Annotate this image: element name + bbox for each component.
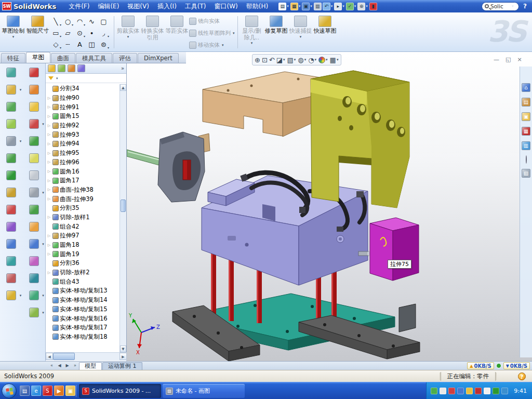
perimeter-circle-tool[interactable]: ⊙▾ xyxy=(74,27,86,38)
left-tool-icon[interactable] xyxy=(29,85,39,95)
tree-item[interactable]: ▷圆角15 xyxy=(46,112,120,121)
exit-marker-icon[interactable]: ▮ xyxy=(369,3,377,10)
tree-item[interactable]: ▷圆角19 xyxy=(46,249,120,259)
left-tool-icon[interactable] xyxy=(29,256,39,267)
chevron-down-icon[interactable]: ▾ xyxy=(20,139,22,143)
expand-arrow-icon[interactable]: ▷ xyxy=(47,105,51,109)
expand-arrow-icon[interactable]: ▷ xyxy=(47,132,51,137)
ribbon-tab[interactable]: DimXpert xyxy=(138,53,179,63)
arc-tool[interactable]: ◠▾ xyxy=(74,16,86,27)
left-tool-icon[interactable] xyxy=(29,273,39,284)
left-tool-icon[interactable] xyxy=(6,153,16,164)
menu-item[interactable]: 编辑(E) xyxy=(94,1,123,12)
scroll-down-button[interactable]: ▼ xyxy=(120,345,126,352)
left-tool-icon[interactable]: ▾ xyxy=(29,239,39,249)
left-tool-icon[interactable] xyxy=(29,136,39,147)
open-icon[interactable]: ▦▾ xyxy=(290,3,301,10)
chevron-down-icon[interactable]: ▾ xyxy=(42,122,44,126)
expand-arrow-icon[interactable]: ▷ xyxy=(47,234,51,238)
tree-item[interactable]: ▷拉伸94 xyxy=(46,139,120,149)
chevron-down-icon[interactable]: ▾ xyxy=(354,4,356,8)
help-coin-icon[interactable]: ? xyxy=(518,373,526,380)
menu-item[interactable]: 窗口(W) xyxy=(210,1,242,12)
chevron-down-icon[interactable]: ▾ xyxy=(326,58,328,62)
model-tab[interactable]: 运动算例 1 xyxy=(102,362,142,370)
ribbon-tab[interactable]: 评估 xyxy=(113,53,137,63)
offset-entities-button[interactable]: 等距实体 xyxy=(165,14,189,50)
rebuild-icon[interactable]: ✓▾ xyxy=(346,3,357,10)
zoom-fit-icon[interactable]: ⊕ xyxy=(255,56,260,64)
graphics-viewport[interactable]: ⊕⊡↶◪▾▧▾◍▾◔▾▾▦▾ —◱× xyxy=(127,52,532,361)
hide-show-items-icon[interactable]: ◔▾ xyxy=(308,56,317,64)
left-tool-icon[interactable] xyxy=(6,170,16,181)
chevron-down-icon[interactable]: ▾ xyxy=(42,191,44,195)
tree-item[interactable]: ▷拉伸95 xyxy=(46,149,120,158)
chevron-down-icon[interactable]: ▾ xyxy=(60,34,61,38)
chevron-down-icon[interactable]: ▾ xyxy=(233,31,235,35)
chevron-down-icon[interactable]: ▾ xyxy=(56,76,58,81)
ejector-rod[interactable] xyxy=(127,150,161,166)
scrollbar-thumb[interactable] xyxy=(53,353,75,360)
corner-rectangle-tool[interactable]: ▢ xyxy=(98,16,110,27)
tree-item[interactable]: 实体-移动/复制16 xyxy=(46,314,120,323)
chevron-down-icon[interactable]: ▾ xyxy=(84,34,85,38)
select-arrow-icon[interactable]: ▸▾ xyxy=(334,3,345,10)
chevron-down-icon[interactable]: ▾ xyxy=(222,43,224,47)
chevron-down-icon[interactable]: ▾ xyxy=(283,58,285,62)
tree-vertical-scrollbar[interactable]: ▲ ▼ xyxy=(119,84,126,352)
tray-icon[interactable] xyxy=(475,388,482,394)
tray-icon[interactable] xyxy=(431,388,437,394)
tree-item[interactable]: ▷切除-放样2 xyxy=(46,268,120,277)
chevron-down-icon[interactable]: ▾ xyxy=(42,242,44,246)
tree-item[interactable]: ▷拉伸92 xyxy=(46,121,120,130)
file-explorer-icon[interactable]: ▣ xyxy=(522,112,530,121)
prev-tab-button[interactable]: ◀ xyxy=(56,362,63,370)
left-tool-icon[interactable]: ▾ xyxy=(29,290,39,301)
featuremanager-tab-icon[interactable] xyxy=(48,64,56,72)
chevron-down-icon[interactable]: ▾ xyxy=(20,88,22,92)
expand-arrow-icon[interactable]: ▷ xyxy=(47,271,51,275)
convert-entities-button[interactable]: 转换实体引用 xyxy=(140,14,165,50)
smart-dimension-button[interactable]: 智能尺寸 xyxy=(25,14,50,50)
mirror-entities-button[interactable]: 镜向实体 xyxy=(189,16,236,27)
section-view-icon[interactable]: ◪▾ xyxy=(276,56,286,64)
yellow-bracket[interactable] xyxy=(311,71,409,208)
scroll-right-button[interactable]: ▶ xyxy=(119,353,127,360)
ribbon-tab[interactable]: 曲面 xyxy=(51,53,75,63)
chevron-down-icon[interactable]: ▾ xyxy=(42,294,44,298)
chevron-down-icon[interactable]: ▾ xyxy=(84,23,85,26)
chevron-down-icon[interactable]: ▾ xyxy=(512,4,514,8)
expand-arrow-icon[interactable]: ▷ xyxy=(47,169,51,174)
menu-item[interactable]: 插入(I) xyxy=(153,1,181,12)
polygon-tool[interactable]: ◇▾ xyxy=(50,38,62,50)
chevron-down-icon[interactable]: ▾ xyxy=(299,4,301,8)
tree-item[interactable]: ▷拉伸96 xyxy=(46,158,120,167)
chevron-down-icon[interactable]: ▾ xyxy=(251,41,253,45)
minimize-button[interactable]: — xyxy=(494,56,499,63)
tree-item[interactable]: ▷拉伸93 xyxy=(46,130,120,139)
trim-entities-button[interactable]: 剪裁实体▾ xyxy=(116,14,140,50)
line-tool[interactable]: ╲▾ xyxy=(50,16,62,27)
chevron-down-icon[interactable]: ▾ xyxy=(337,58,339,62)
model-tab[interactable]: 模型 xyxy=(79,362,102,370)
left-tool-icon[interactable]: ▾ xyxy=(29,308,39,318)
left-tool-icon[interactable]: ▾ xyxy=(29,119,39,129)
tray-icon[interactable] xyxy=(493,388,499,394)
ribbon-tab[interactable]: 模具工具 xyxy=(76,53,112,63)
chevron-down-icon[interactable]: ▾ xyxy=(294,58,296,62)
chevron-down-icon[interactable]: ▾ xyxy=(287,4,289,8)
expand-arrow-icon[interactable]: ▷ xyxy=(47,142,51,146)
quick-snaps-button[interactable]: 快速捕捉▾ xyxy=(288,14,313,50)
tree-item[interactable]: ▷拉伸91 xyxy=(46,102,120,112)
expand-arrow-icon[interactable]: ▷ xyxy=(47,179,51,183)
mold-body[interactable] xyxy=(202,172,370,285)
chevron-down-icon[interactable]: ▾ xyxy=(72,23,73,26)
tree-item[interactable]: 组合43 xyxy=(46,277,120,286)
plane-tool[interactable]: ◫ xyxy=(86,38,98,50)
tray-icon[interactable] xyxy=(466,388,473,394)
left-tool-icon[interactable] xyxy=(6,102,16,112)
left-tool-icon[interactable] xyxy=(29,170,39,181)
propertymanager-tab-icon[interactable] xyxy=(58,64,65,72)
chevron-down-icon[interactable]: ▾ xyxy=(366,4,368,8)
left-tool-icon[interactable]: ▾ xyxy=(29,188,39,198)
